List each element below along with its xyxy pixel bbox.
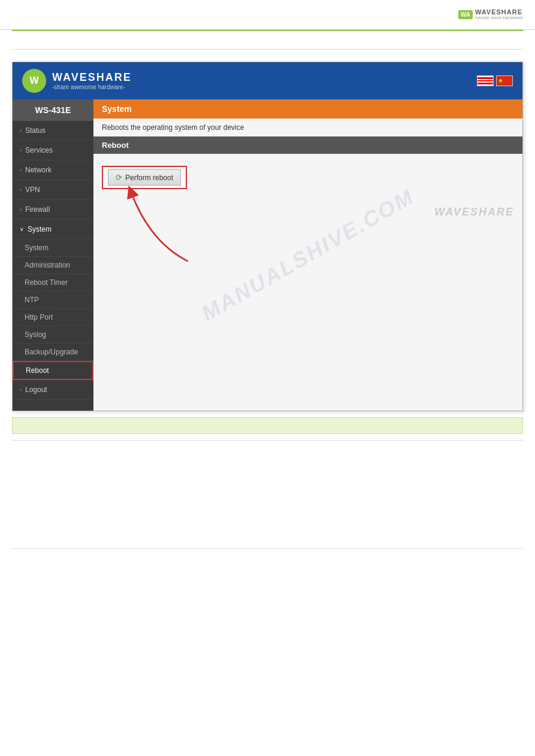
sidebar-sub-backup-upgrade[interactable]: Backup/Upgrade — [13, 344, 93, 361]
sidebar-sub-http-port[interactable]: Http Port — [13, 309, 93, 326]
sidebar-sub-reboot-timer-label: Reboot Timer — [25, 278, 68, 287]
reboot-section-header: Reboot — [93, 136, 522, 154]
router-flags — [477, 75, 513, 86]
logo-text-block: WAVESHARE robotic·more·hardware — [475, 8, 523, 21]
doc-spacer-top — [0, 31, 535, 49]
flag-cn-icon[interactable] — [496, 75, 513, 86]
sidebar-system-arrow: ∨ — [20, 226, 24, 232]
sidebar-logout-arrow: › — [20, 387, 22, 393]
router-brand-logo: W — [22, 69, 46, 93]
sidebar-status-arrow: › — [20, 127, 22, 133]
router-footer-watermark: WAVESHARE — [93, 201, 522, 223]
waveshare-logo-top: WA WAVESHARE robotic·more·hardware — [458, 8, 523, 21]
sidebar-vpn-label: VPN — [25, 186, 40, 194]
sidebar-status-label: Status — [25, 126, 46, 135]
logo-sub-text: robotic·more·hardware — [475, 16, 523, 21]
sidebar-sub-system[interactable]: System — [13, 239, 93, 257]
device-name: WS-431E — [13, 99, 93, 121]
sidebar-services-arrow: › — [20, 147, 22, 153]
perform-reboot-box: ⟳ Perform reboot — [102, 166, 187, 189]
sidebar-item-vpn[interactable]: › VPN — [13, 180, 93, 200]
sidebar-vpn-arrow: › — [20, 187, 22, 193]
bottom-content-area — [0, 441, 535, 548]
router-body: WS-431E › Status › Services › Network › … — [13, 99, 522, 411]
sidebar-sub-system-label: System — [25, 244, 49, 252]
sidebar-services-label: Services — [25, 146, 53, 154]
sidebar-network-label: Network — [25, 166, 52, 174]
sidebar-item-status[interactable]: › Status — [13, 121, 93, 141]
sidebar-item-logout[interactable]: › Logout — [13, 380, 93, 400]
perform-reboot-button[interactable]: ⟳ Perform reboot — [108, 169, 181, 186]
brand-logo-letter: W — [29, 75, 38, 86]
screenshot-container: W WAVESHARE -share awesome hardware- WS-… — [12, 62, 523, 411]
logo-icon-block: WA — [458, 10, 473, 19]
sidebar-sub-http-port-label: Http Port — [25, 313, 53, 321]
router-main: System Reboots the operating system of y… — [93, 99, 522, 411]
sidebar-sub-syslog-label: Syslog — [25, 330, 46, 339]
sidebar-sub-administration[interactable]: Administration — [13, 257, 93, 274]
flag-us-icon[interactable] — [477, 75, 494, 86]
sidebar-item-network[interactable]: › Network — [13, 160, 93, 180]
router-ui: W WAVESHARE -share awesome hardware- WS-… — [13, 62, 522, 411]
sidebar-sub-admin-label: Administration — [25, 261, 70, 269]
router-topbar: W WAVESHARE -share awesome hardware- — [13, 62, 522, 99]
green-highlight-bar — [12, 417, 523, 434]
sidebar-sub-reboot[interactable]: Reboot — [13, 361, 93, 380]
page-header: WA WAVESHARE robotic·more·hardware — [0, 0, 535, 30]
reboot-btn-icon: ⟳ — [116, 173, 122, 182]
perform-reboot-label: Perform reboot — [125, 174, 173, 182]
sidebar-item-services[interactable]: › Services — [13, 141, 93, 160]
router-brand: W WAVESHARE -share awesome hardware- — [22, 69, 132, 93]
sidebar-sub-backup-label: Backup/Upgrade — [25, 348, 78, 356]
sidebar-item-firewall[interactable]: › Firewall — [13, 200, 93, 220]
sidebar-sub-reboot-label: Reboot — [26, 366, 49, 375]
logo-wa-text: WA — [461, 11, 470, 18]
sidebar-logout-label: Logout — [25, 385, 47, 394]
reboot-content: ⟳ Perform reboot — [93, 154, 522, 201]
sidebar-firewall-label: Firewall — [25, 205, 50, 214]
sidebar-sub-reboot-timer[interactable]: Reboot Timer — [13, 274, 93, 292]
sidebar-sub-ntp[interactable]: NTP — [13, 292, 93, 309]
sidebar-firewall-arrow: › — [20, 207, 22, 212]
system-section-header: System — [93, 99, 522, 119]
sidebar-sub-ntp-label: NTP — [25, 296, 39, 304]
router-sidebar: WS-431E › Status › Services › Network › … — [13, 99, 93, 411]
sidebar-item-system[interactable]: ∨ System — [13, 220, 93, 239]
router-brand-tagline: -share awesome hardware- — [52, 84, 132, 90]
sidebar-sub-syslog[interactable]: Syslog — [13, 326, 93, 344]
sidebar-system-label: System — [28, 225, 52, 233]
sidebar-network-arrow: › — [20, 167, 22, 173]
footer-divider — [12, 548, 523, 549]
router-main-wrapper: System Reboots the operating system of y… — [93, 99, 522, 411]
router-brand-text: WAVESHARE -share awesome hardware- — [52, 71, 132, 90]
doc-divider-top — [12, 49, 523, 50]
router-brand-name: WAVESHARE — [52, 71, 132, 84]
system-section-desc: Reboots the operating system of your dev… — [93, 119, 522, 136]
